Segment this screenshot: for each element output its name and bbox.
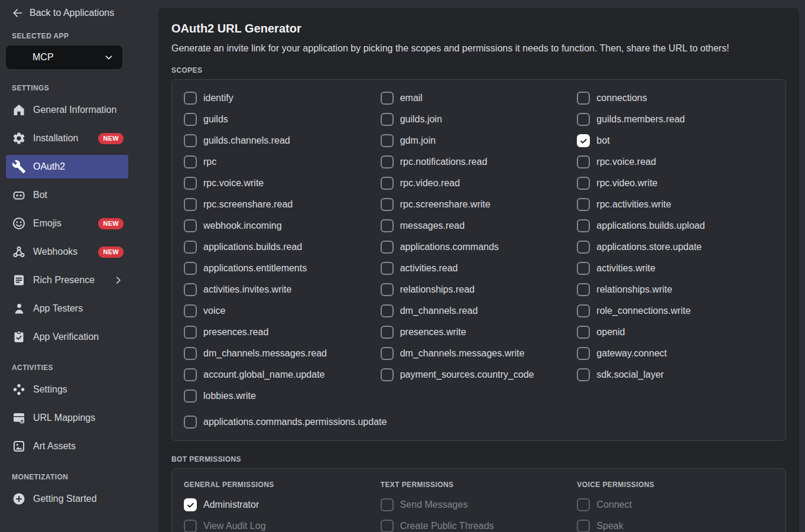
permission-item-speak[interactable]: Speak xyxy=(577,520,774,532)
scope-item-account-global-name-update[interactable]: account.global_name.update xyxy=(184,368,381,381)
checkbox-unchecked[interactable] xyxy=(381,326,394,339)
checkbox-unchecked[interactable] xyxy=(577,113,590,126)
checkbox-unchecked[interactable] xyxy=(381,520,394,532)
checkbox-unchecked[interactable] xyxy=(184,520,197,532)
checkbox-unchecked[interactable] xyxy=(577,198,590,211)
scope-item-rpc-screenshare-write[interactable]: rpc.screenshare.write xyxy=(381,198,577,211)
checkbox-unchecked[interactable] xyxy=(184,416,197,429)
checkbox-unchecked[interactable] xyxy=(381,368,394,381)
checkbox-unchecked[interactable] xyxy=(577,262,590,275)
permission-item-view-audit-log[interactable]: View Audit Log xyxy=(184,520,381,532)
checkbox-unchecked[interactable] xyxy=(184,198,197,211)
checkbox-unchecked[interactable] xyxy=(577,155,590,168)
scope-item-relationships-write[interactable]: relationships.write xyxy=(577,283,774,296)
checkbox-unchecked[interactable] xyxy=(577,326,590,339)
checkbox-unchecked[interactable] xyxy=(184,347,197,360)
checkbox-unchecked[interactable] xyxy=(184,155,197,168)
checkbox-unchecked[interactable] xyxy=(381,241,394,254)
checkbox-unchecked[interactable] xyxy=(184,262,197,275)
scope-item-rpc-video-read[interactable]: rpc.video.read xyxy=(381,177,577,190)
permission-item-administrator[interactable]: Administrator xyxy=(184,498,381,511)
checkbox-unchecked[interactable] xyxy=(184,390,197,403)
scope-item-connections[interactable]: connections xyxy=(577,92,774,105)
scope-item-openid[interactable]: openid xyxy=(577,326,774,339)
permission-item-create-public-threads[interactable]: Create Public Threads xyxy=(381,520,577,532)
checkbox-unchecked[interactable] xyxy=(184,368,197,381)
scope-item-rpc-voice-read[interactable]: rpc.voice.read xyxy=(577,155,774,168)
scope-item-payment-sources-country-code[interactable]: payment_sources.country_code xyxy=(381,368,577,381)
sidebar-item-art-assets[interactable]: Art Assets xyxy=(6,434,128,458)
sidebar-item-app-testers[interactable]: App Testers xyxy=(6,297,128,320)
checkbox-checked[interactable] xyxy=(577,134,590,147)
scope-item-applications-store-update[interactable]: applications.store.update xyxy=(577,241,774,254)
scope-item-applications-builds-read[interactable]: applications.builds.read xyxy=(184,241,381,254)
sidebar-item-installation[interactable]: InstallationNEW xyxy=(6,126,128,150)
back-to-applications-link[interactable]: Back to Applications xyxy=(6,0,158,19)
checkbox-unchecked[interactable] xyxy=(577,304,590,317)
checkbox-unchecked[interactable] xyxy=(381,304,394,317)
scope-item-lobbies-write[interactable]: lobbies.write xyxy=(184,390,381,403)
sidebar-item-rich-presence[interactable]: Rich Presence xyxy=(6,268,128,292)
scope-item-guilds-channels-read[interactable]: guilds.channels.read xyxy=(184,134,381,147)
scope-item-gdm-join[interactable]: gdm.join xyxy=(381,134,577,147)
scope-item-applications-commands-permissions-update[interactable]: applications.commands.permissions.update xyxy=(184,416,774,429)
checkbox-unchecked[interactable] xyxy=(184,177,197,190)
sidebar-item-bot[interactable]: Bot xyxy=(6,183,128,207)
checkbox-unchecked[interactable] xyxy=(184,113,197,126)
scope-item-identify[interactable]: identify xyxy=(184,92,381,105)
checkbox-unchecked[interactable] xyxy=(577,368,590,381)
checkbox-unchecked[interactable] xyxy=(381,134,394,147)
scope-item-voice[interactable]: voice xyxy=(184,304,381,317)
scope-item-applications-entitlements[interactable]: applications.entitlements xyxy=(184,262,381,275)
sidebar-item-webhooks[interactable]: WebhooksNEW xyxy=(6,240,128,264)
checkbox-unchecked[interactable] xyxy=(577,498,590,511)
checkbox-unchecked[interactable] xyxy=(381,283,394,296)
scope-item-rpc-activities-write[interactable]: rpc.activities.write xyxy=(577,198,774,211)
sidebar-item-oauth2[interactable]: OAuth2 xyxy=(6,155,128,179)
checkbox-unchecked[interactable] xyxy=(184,241,197,254)
checkbox-unchecked[interactable] xyxy=(577,219,590,232)
scope-item-rpc[interactable]: rpc xyxy=(184,155,381,168)
checkbox-unchecked[interactable] xyxy=(184,304,197,317)
scope-item-guilds-join[interactable]: guilds.join xyxy=(381,113,577,126)
scope-item-rpc-screenshare-read[interactable]: rpc.screenshare.read xyxy=(184,198,381,211)
permission-item-connect[interactable]: Connect xyxy=(577,498,774,511)
scope-item-dm-channels-messages-read[interactable]: dm_channels.messages.read xyxy=(184,347,381,360)
scope-item-activities-read[interactable]: activities.read xyxy=(381,262,577,275)
scope-item-activities-invites-write[interactable]: activities.invites.write xyxy=(184,283,381,296)
selected-app-dropdown[interactable]: MCP xyxy=(6,46,122,69)
sidebar-item-app-verification[interactable]: App Verification xyxy=(6,325,128,349)
scope-item-role-connections-write[interactable]: role_connections.write xyxy=(577,304,774,317)
scope-item-gateway-connect[interactable]: gateway.connect xyxy=(577,347,774,360)
scope-item-rpc-voice-write[interactable]: rpc.voice.write xyxy=(184,177,381,190)
checkbox-unchecked[interactable] xyxy=(381,155,394,168)
sidebar-item-general-information[interactable]: General Information xyxy=(6,98,128,122)
checkbox-unchecked[interactable] xyxy=(577,283,590,296)
scope-item-bot[interactable]: bot xyxy=(577,134,774,147)
sidebar-item-settings[interactable]: Settings xyxy=(6,378,128,401)
checkbox-unchecked[interactable] xyxy=(577,347,590,360)
checkbox-unchecked[interactable] xyxy=(577,241,590,254)
checkbox-unchecked[interactable] xyxy=(381,262,394,275)
scope-item-dm-channels-messages-write[interactable]: dm_channels.messages.write xyxy=(381,347,577,360)
scope-item-rpc-notifications-read[interactable]: rpc.notifications.read xyxy=(381,155,577,168)
checkbox-unchecked[interactable] xyxy=(381,498,394,511)
scope-item-applications-commands[interactable]: applications.commands xyxy=(381,241,577,254)
scope-item-presences-write[interactable]: presences.write xyxy=(381,326,577,339)
checkbox-unchecked[interactable] xyxy=(381,219,394,232)
checkbox-unchecked[interactable] xyxy=(184,326,197,339)
sidebar-item-emojis[interactable]: EmojisNEW xyxy=(6,212,128,235)
checkbox-unchecked[interactable] xyxy=(184,134,197,147)
checkbox-unchecked[interactable] xyxy=(381,92,394,105)
scope-item-messages-read[interactable]: messages.read xyxy=(381,219,577,232)
scope-item-rpc-video-write[interactable]: rpc.video.write xyxy=(577,177,774,190)
scope-item-sdk-social-layer[interactable]: sdk.social_layer xyxy=(577,368,774,381)
checkbox-unchecked[interactable] xyxy=(381,177,394,190)
checkbox-checked[interactable] xyxy=(184,498,197,511)
permission-item-send-messages[interactable]: Send Messages xyxy=(381,498,577,511)
sidebar-item-url-mappings[interactable]: URL Mappings xyxy=(6,406,128,430)
checkbox-unchecked[interactable] xyxy=(577,520,590,532)
checkbox-unchecked[interactable] xyxy=(381,198,394,211)
scope-item-guilds-members-read[interactable]: guilds.members.read xyxy=(577,113,774,126)
checkbox-unchecked[interactable] xyxy=(381,347,394,360)
